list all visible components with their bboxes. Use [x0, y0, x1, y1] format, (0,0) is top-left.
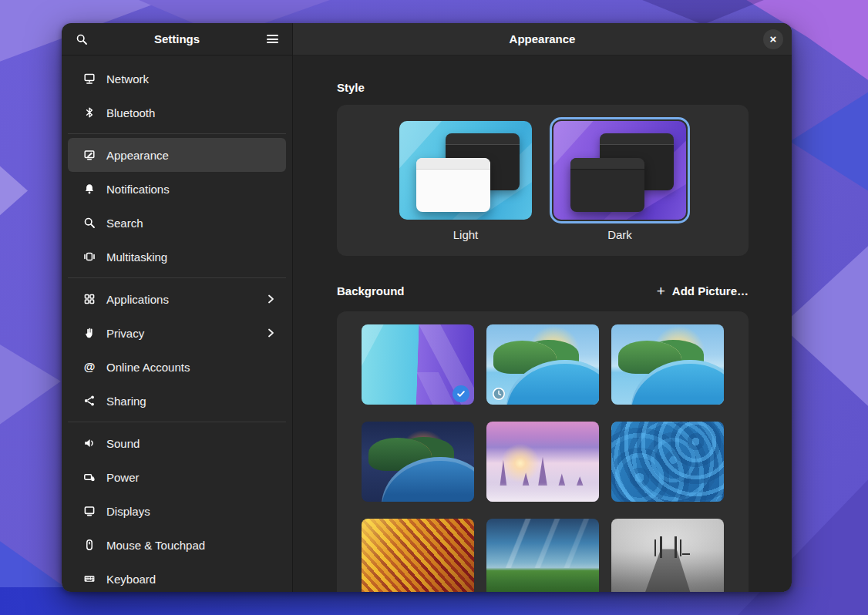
sidebar-item-keyboard[interactable]: Keyboard [68, 562, 286, 592]
sidebar-separator [68, 422, 286, 422]
sidebar-item-notifications[interactable]: Notifications [68, 172, 286, 206]
sidebar-item-network[interactable]: Network [68, 62, 286, 96]
network-icon [83, 72, 96, 85]
style-section-heading: Style [337, 81, 749, 94]
menu-button[interactable] [260, 28, 284, 51]
at-icon: @ [83, 361, 96, 373]
search-button[interactable] [69, 28, 94, 51]
bluetooth-icon [83, 106, 96, 119]
wallpaper-orange-fabric[interactable] [362, 519, 474, 592]
sidebar-headerbar: Settings [62, 23, 292, 55]
settings-window: Settings Network Bluetooth Appearance No [62, 23, 792, 592]
dynamic-clock-badge [492, 387, 506, 401]
check-icon [456, 388, 466, 399]
wallpaper-coast-light[interactable] [611, 324, 724, 405]
sidebar-item-mouse-touchpad[interactable]: Mouse & Touchpad [68, 528, 286, 562]
wallpaper-monochrome-pier[interactable] [611, 519, 724, 592]
chevron-right-icon [264, 327, 277, 339]
wallpaper-green-field[interactable] [486, 519, 599, 592]
background-card [337, 311, 749, 592]
search-icon [76, 33, 88, 45]
sidebar-item-label: Appearance [106, 149, 277, 162]
close-button[interactable]: × [763, 29, 783, 49]
appearance-content: Style Light Dark [293, 55, 792, 592]
style-option-label: Light [453, 228, 479, 241]
sidebar-item-applications[interactable]: Applications [68, 282, 286, 316]
main-pane: Appearance × Style Light [293, 23, 792, 592]
wallpaper-default-split[interactable] [362, 324, 474, 405]
add-picture-button[interactable]: + Add Picture… [654, 280, 752, 302]
background-heading: Background [337, 284, 405, 297]
sidebar-item-label: Network [106, 72, 277, 86]
appearance-icon [83, 149, 96, 161]
sidebar-item-label: Multitasking [106, 250, 277, 264]
plus-icon: + [657, 286, 665, 297]
hand-icon [83, 327, 96, 339]
speaker-icon [83, 437, 96, 449]
wallpaper-winter-sunset[interactable] [486, 422, 599, 502]
multitasking-icon [83, 250, 96, 263]
sidebar-item-label: Keyboard [106, 573, 277, 586]
selected-check-badge [453, 385, 469, 402]
bell-icon [83, 183, 96, 195]
sidebar-item-sharing[interactable]: Sharing [68, 384, 286, 418]
add-picture-label: Add Picture… [672, 284, 749, 297]
sidebar-item-label: Bluetooth [106, 106, 277, 119]
sidebar-item-multitasking[interactable]: Multitasking [68, 240, 286, 274]
keyboard-icon [83, 573, 96, 585]
sidebar-item-label: Privacy [106, 327, 254, 340]
sidebar-item-label: Mouse & Touchpad [106, 539, 277, 552]
display-icon [83, 505, 96, 517]
sidebar-nav: Network Bluetooth Appearance Notificatio… [62, 55, 292, 592]
style-card: Light Dark [337, 105, 749, 256]
sidebar-item-appearance[interactable]: Appearance [68, 138, 286, 172]
sidebar-separator [68, 277, 286, 278]
sidebar-item-privacy[interactable]: Privacy [68, 316, 286, 350]
wallpaper-blue-pretzels[interactable] [611, 422, 724, 502]
wallpaper-grid [362, 324, 724, 592]
sidebar-item-label: Sound [106, 437, 277, 450]
sidebar-item-bluetooth[interactable]: Bluetooth [68, 96, 286, 129]
app-grid-icon [83, 293, 96, 305]
sidebar-item-label: Applications [106, 293, 254, 306]
clock-icon [492, 387, 506, 401]
sidebar-item-label: Sharing [106, 395, 277, 408]
wallpaper-coast-dynamic[interactable] [486, 324, 599, 405]
sidebar-item-label: Displays [106, 505, 277, 518]
search-icon [83, 217, 96, 229]
dark-style-preview [553, 121, 686, 220]
battery-plug-icon [83, 471, 96, 483]
share-icon [83, 395, 96, 407]
sidebar-item-displays[interactable]: Displays [68, 494, 286, 528]
sidebar: Settings Network Bluetooth Appearance No [62, 23, 293, 592]
background-section-header: Background + Add Picture… [337, 280, 749, 302]
close-icon: × [770, 33, 777, 45]
chevron-right-icon [264, 293, 277, 305]
light-style-preview [399, 121, 532, 220]
style-option-dark[interactable]: Dark [553, 121, 686, 256]
page-title: Appearance [293, 32, 792, 45]
sidebar-item-label: Online Accounts [106, 361, 277, 374]
preview-front-window [416, 158, 490, 212]
sidebar-item-search[interactable]: Search [68, 206, 286, 240]
sidebar-item-power[interactable]: Power [68, 460, 286, 494]
sidebar-item-sound[interactable]: Sound [68, 426, 286, 460]
sidebar-item-online-accounts[interactable]: @ Online Accounts [68, 350, 286, 384]
sidebar-item-label: Search [106, 217, 277, 230]
main-headerbar: Appearance × [293, 23, 792, 55]
sidebar-item-label: Power [106, 471, 277, 484]
mouse-icon [83, 539, 96, 551]
hamburger-icon [267, 33, 278, 45]
style-option-light[interactable]: Light [399, 121, 532, 256]
sidebar-title: Settings [94, 32, 260, 45]
style-option-label: Dark [607, 228, 632, 241]
sidebar-separator [68, 133, 286, 134]
preview-front-window [570, 158, 644, 212]
wallpaper-coast-dark[interactable] [362, 422, 474, 502]
sidebar-item-label: Notifications [106, 183, 277, 196]
